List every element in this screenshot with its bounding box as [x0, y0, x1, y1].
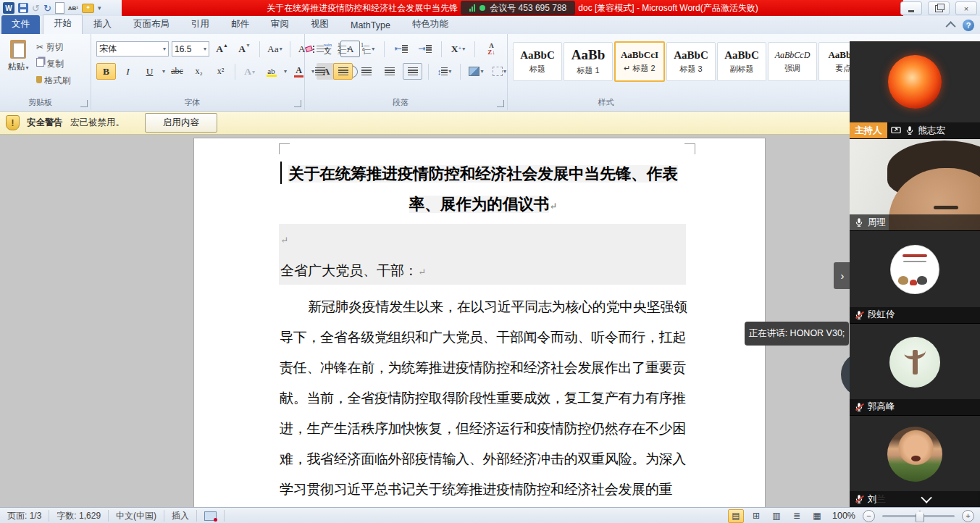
sort-button[interactable]: AZ↓ — [482, 41, 501, 57]
align-right-button[interactable] — [356, 63, 376, 80]
bullets-button[interactable]: ▾ — [310, 41, 330, 57]
tab-review[interactable]: 审阅 — [260, 15, 300, 34]
security-warning-title: 安全警告 — [27, 117, 63, 129]
macro-record-icon — [204, 511, 217, 521]
document-page[interactable]: 关于在统筹推进疫情防控和经济社会发展中当先锋、作表 率、展作为的倡议书↵ ↵ 全… — [193, 138, 766, 507]
panel-expand-button[interactable]: › — [834, 262, 851, 289]
decrease-indent-icon: ⇤ — [394, 43, 401, 54]
superscript-button[interactable]: x² — [211, 63, 230, 80]
line-spacing-icon — [441, 67, 448, 75]
redo-icon[interactable]: ↻ — [43, 2, 51, 14]
align-left-button[interactable] — [310, 63, 330, 80]
tab-insert[interactable]: 插入 — [83, 15, 122, 34]
font-name-select[interactable]: 宋体▾ — [96, 41, 169, 57]
macro-record-button[interactable] — [197, 510, 225, 522]
tab-page-layout[interactable]: 页面布局 — [122, 15, 180, 34]
paragraph-dialog-launcher-icon[interactable] — [497, 100, 504, 107]
subscript-button[interactable]: x₂ — [189, 63, 209, 80]
new-document-icon[interactable] — [55, 2, 64, 14]
font-color-swatch — [294, 75, 303, 78]
tab-references[interactable]: 引用 — [180, 15, 220, 34]
justify-button[interactable] — [380, 63, 399, 80]
asian-layout-button[interactable]: X⁺▾ — [448, 41, 468, 57]
shading-button[interactable]: ▾ — [466, 63, 486, 80]
tab-file[interactable]: 文件 — [1, 15, 40, 34]
word-count[interactable]: 字数: 1,629 — [49, 510, 109, 522]
view-print-layout-button[interactable]: ▤ — [728, 509, 744, 523]
tab-mailings[interactable]: 邮件 — [220, 15, 260, 34]
page-count[interactable]: 页面: 1/3 — [0, 510, 49, 522]
help-icon[interactable]: ? — [963, 20, 974, 31]
align-center-button[interactable] — [333, 63, 353, 80]
minimize-button[interactable] — [900, 1, 922, 15]
font-size-select[interactable]: 16.5▾ — [172, 41, 209, 57]
footnote-icon[interactable]: AB¹ — [68, 2, 78, 14]
view-fullscreen-reading-button[interactable]: ⊞ — [748, 509, 764, 523]
clipboard-dialog-launcher-icon[interactable] — [80, 100, 88, 107]
underline-button[interactable]: U — [140, 63, 159, 80]
participant-tile[interactable]: 主持人 熊志宏 — [850, 41, 980, 139]
qat-dropdown-arrow-icon[interactable]: ▾ — [98, 2, 101, 14]
tab-home[interactable]: 开始 — [43, 14, 83, 34]
shrink-font-button[interactable]: A▼ — [235, 41, 254, 57]
zoom-slider-thumb[interactable] — [916, 511, 924, 522]
numbering-button[interactable]: 1—2—3—▾ — [334, 41, 353, 57]
macro-folder-icon[interactable]: ✦ — [82, 4, 94, 13]
undo-icon[interactable]: ↺ — [32, 2, 40, 14]
enable-content-button[interactable]: 启用内容 — [145, 113, 217, 133]
close-button[interactable]: × — [955, 1, 977, 15]
participant-tile[interactable]: 段虹伶 — [850, 231, 980, 323]
multilevel-list-button[interactable]: 1— a— i—▾ — [358, 41, 377, 57]
participant-tile[interactable]: 周理 — [850, 139, 980, 231]
style-subtitle[interactable]: AaBbC副标题 — [717, 42, 766, 81]
paragraph-mark: ↵ — [280, 235, 288, 246]
save-icon[interactable] — [18, 3, 28, 13]
style-heading2[interactable]: AaBbCcI↵ 标题 2 — [614, 41, 665, 82]
change-case-button[interactable]: Aa▾ — [265, 41, 285, 57]
style-heading1[interactable]: AaBb标题 1 — [564, 42, 613, 81]
view-web-layout-button[interactable]: ▥ — [768, 509, 784, 523]
style-title[interactable]: AaBbC标题 — [513, 42, 562, 81]
word-app-icon[interactable]: W — [3, 2, 14, 14]
italic-button[interactable]: I — [118, 63, 138, 80]
style-emphasis[interactable]: AaBbCcD强调 — [768, 42, 817, 81]
cut-icon: ✂ — [36, 42, 43, 52]
participant-name-bar: 周理 — [850, 214, 980, 230]
zoom-level[interactable]: 100% — [832, 511, 855, 521]
font-dialog-launcher-icon[interactable] — [294, 100, 301, 107]
language-indicator[interactable]: 中文(中国) — [109, 510, 164, 522]
restore-button[interactable] — [928, 1, 950, 15]
view-draft-button[interactable]: ▦ — [809, 509, 825, 523]
bold-button[interactable]: B — [96, 63, 116, 80]
zoom-out-button[interactable]: − — [863, 510, 875, 522]
participant-tile[interactable]: 郭高峰 — [850, 324, 980, 416]
increase-indent-button[interactable]: ⇥ — [415, 41, 435, 57]
tab-mathtype[interactable]: MathType — [340, 17, 401, 34]
zoom-in-button[interactable]: + — [962, 510, 974, 522]
tab-special-features[interactable]: 特色功能 — [401, 15, 459, 34]
meeting-overlay[interactable]: 会议号 453 695 788 — [461, 1, 575, 15]
body-line: 学习贯彻习近平总书记关于统筹推进疫情防控和经济社会发展的重 — [280, 474, 685, 505]
borders-button[interactable]: ▾ — [490, 63, 509, 80]
format-painter-button[interactable]: 格式刷 — [36, 75, 70, 87]
body-line: 进，生产生活秩序加快恢复，但经济运行和疫情防控仍然存在不少困 — [280, 414, 685, 444]
decrease-indent-button[interactable]: ⇤ — [391, 41, 411, 57]
view-outline-button[interactable]: ≣ — [789, 509, 805, 523]
tab-view[interactable]: 视图 — [300, 15, 340, 34]
insert-mode[interactable]: 插入 — [164, 510, 197, 522]
paste-button[interactable]: 粘贴▾ — [6, 40, 30, 73]
highlight-color-button[interactable]: ab — [261, 63, 281, 80]
participant-tile[interactable]: 刘兰 — [850, 416, 980, 507]
zoom-slider[interactable] — [882, 515, 955, 517]
line-spacing-button[interactable]: ↕▾ — [435, 63, 454, 80]
security-shield-icon: ! — [6, 115, 20, 130]
strikethrough-button[interactable]: abc — [167, 63, 187, 80]
restore-icon — [935, 5, 943, 12]
distribute-button[interactable] — [403, 63, 422, 80]
collapse-panel-button[interactable] — [877, 491, 978, 506]
text-effects-button[interactable]: A▾ — [240, 63, 259, 80]
grow-font-button[interactable]: A▲ — [212, 41, 232, 57]
copy-button[interactable]: 复制 — [36, 58, 70, 70]
cut-button[interactable]: ✂ 剪切 — [36, 41, 70, 54]
style-heading3[interactable]: AaBbC标题 3 — [666, 42, 716, 81]
